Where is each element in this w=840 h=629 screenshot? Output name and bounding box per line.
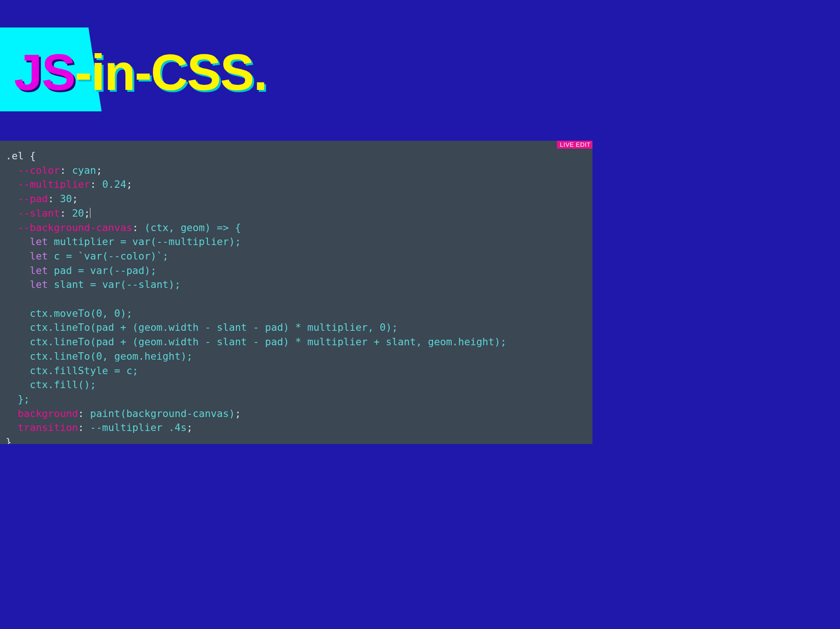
slide-root: JS-in-CSS. LIVE EDIT .el { --color: cyan… bbox=[0, 0, 592, 444]
code-editor[interactable]: .el { --color: cyan; --multiplier: 0.24;… bbox=[0, 141, 592, 444]
title-part-in-css: -in-CSS. bbox=[75, 43, 267, 101]
hero-area: JS-in-CSS. bbox=[0, 0, 592, 141]
live-edit-badge[interactable]: LIVE EDIT bbox=[557, 141, 592, 149]
text-cursor bbox=[90, 208, 90, 218]
slide-title: JS-in-CSS. bbox=[14, 47, 267, 98]
code-selector: .el bbox=[6, 150, 24, 162]
title-part-js: JS bbox=[14, 43, 75, 101]
